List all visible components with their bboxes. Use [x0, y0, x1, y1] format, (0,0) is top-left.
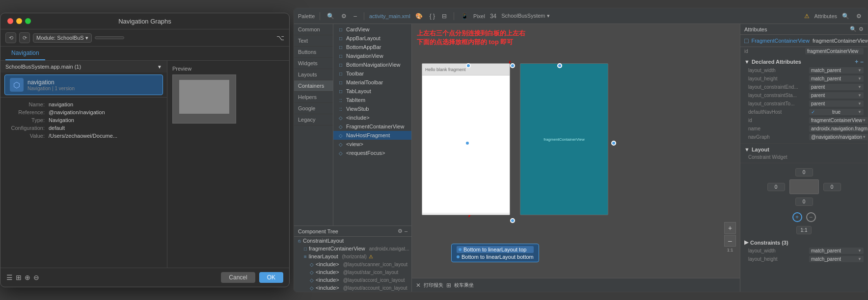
anchor-dot-mid-left[interactable] [465, 141, 470, 146]
constraint-top-input[interactable] [795, 168, 813, 176]
attr-lw-box[interactable]: match_parent ▼ [809, 67, 864, 74]
palette-item-view[interactable]: ◇ <view> [333, 140, 411, 149]
back-button[interactable]: ⟲ [5, 32, 16, 43]
constraint-right-input[interactable] [823, 183, 841, 191]
zoom-btn[interactable]: 34 [488, 12, 498, 20]
attr-nm-box[interactable]: androidx.navigation.fragmen ▼ [809, 125, 868, 132]
add-icon[interactable]: ⊕ [25, 274, 30, 281]
minimize-icon[interactable]: – [352, 12, 359, 20]
declared-section-header[interactable]: ▼ Declared Attributes + – [744, 57, 864, 66]
palette-item-tablayout[interactable]: □ TabLayout [333, 87, 411, 96]
forward-button[interactable]: ⟳ [19, 32, 30, 43]
attr-search-icon[interactable]: 🔍 [850, 26, 857, 32]
cancel-button[interactable]: Cancel [221, 272, 255, 283]
palette-item-include[interactable]: ◇ <include> [333, 113, 411, 122]
tree-minimize-icon[interactable]: – [405, 228, 407, 234]
layout-section-header[interactable]: ▼ Layout [744, 146, 864, 153]
cat-common[interactable]: Common [294, 24, 333, 35]
palette-item-requestfocus[interactable]: ◇ <requestFocus> [333, 149, 411, 157]
design-icon[interactable]: 🎨 [413, 12, 425, 20]
tab-navigation[interactable]: Navigation [5, 47, 45, 60]
cat-text[interactable]: Text [294, 35, 333, 47]
constraint-bottom-input[interactable] [795, 198, 813, 206]
palette-item-navigationview[interactable]: □ NavigationView [333, 51, 411, 60]
grid-view-icon[interactable]: ⊞ [16, 274, 22, 281]
tree-include-star[interactable]: ◇ <include> @layout/star_icon_layout [294, 268, 411, 276]
tree-constraintlayout[interactable]: ⎋ ConstraintLayout [294, 237, 411, 245]
palette-item-bottomnavview[interactable]: □ BottomNavigationView [333, 60, 411, 69]
tree-linearlayout[interactable]: ≡ linearLayout (horizontal) ⚠ [294, 252, 411, 260]
tree-fragmentcontainerview[interactable]: □ fragmentContainerView androidx.navigat… [294, 245, 411, 252]
search-input[interactable] [95, 36, 124, 39]
anchor-dot-bottom-center[interactable] [510, 218, 515, 223]
nav-section-header[interactable]: SchoolBusSystem.app.main (1) ▼ [0, 61, 167, 73]
tree-include-account[interactable]: ◇ <include> @layout/account_icon_layout [294, 284, 411, 292]
attr-clh-box[interactable]: match_parent ▼ [809, 256, 864, 262]
tree-settings-icon[interactable]: ⚙ [398, 228, 403, 234]
cat-containers[interactable]: Containers [294, 80, 333, 92]
search-icon[interactable]: 🔍 [325, 12, 336, 20]
tree-icons: ⚙ – [398, 228, 407, 234]
constraint-left-input[interactable] [767, 183, 785, 191]
code-icon[interactable]: { } [428, 12, 437, 20]
maximize-button[interactable] [25, 18, 31, 24]
palette-item-appbarlayout[interactable]: □ AppBarLayout [333, 34, 411, 43]
palette-item-cardview[interactable]: □ CardView [333, 25, 411, 34]
delete-icon[interactable]: ⊖ [33, 274, 39, 281]
tree-include-scanner[interactable]: ◇ <include> @layout/scanner_icon_layout [294, 260, 411, 268]
action-icon-1[interactable]: ✕ [415, 281, 422, 290]
attr-dnh-box[interactable]: ✓ true ▼ [809, 109, 864, 115]
cat-legacy[interactable]: Legacy [294, 114, 333, 125]
attr-id-box2[interactable]: fragmentContainerView ▼ [809, 117, 868, 124]
attr-cs-box[interactable]: parent ▼ [809, 92, 864, 99]
anchor-dot-top-center[interactable] [510, 63, 515, 68]
tree-include-accord[interactable]: ◇ <include> @layout/accord_icon_layout [294, 276, 411, 284]
module-select[interactable]: Module: SchoolBuS ▾ [33, 33, 92, 43]
palette-item-viewstub[interactable]: :: ViewStub [333, 104, 411, 113]
settings-icon[interactable]: ⚙ [339, 12, 349, 20]
attr-ce-box[interactable]: parent ▼ [809, 84, 864, 90]
cat-google[interactable]: Google [294, 103, 333, 114]
palette-item-navhostfragment[interactable]: ◇ NavHostFragment [333, 131, 411, 140]
cat-helpers[interactable]: Helpers [294, 92, 333, 103]
filter-icon[interactable]: ⌥ [276, 34, 284, 42]
palette-item-bottomappbar[interactable]: □ BottomAppBar [333, 43, 411, 51]
attr-clw-box[interactable]: match_parent ▼ [809, 248, 864, 254]
add-constraint-button[interactable]: + [792, 212, 802, 222]
nav-item[interactable]: ⬡ navigation Navigation | 1 version [4, 75, 163, 95]
split-icon[interactable]: ⊟ [440, 12, 449, 20]
attr-ng-box[interactable]: @navigation/navigation ▼ [809, 134, 868, 140]
cat-widgets[interactable]: Widgets [294, 58, 333, 69]
close-button[interactable] [7, 18, 13, 24]
minimize-button[interactable] [16, 18, 22, 24]
add-attr-button[interactable]: + [855, 58, 858, 65]
zoom-in-button[interactable]: + [724, 222, 736, 234]
cat-layouts[interactable]: Layouts [294, 69, 333, 80]
list-view-icon[interactable]: ☰ [6, 274, 13, 281]
canvas-area[interactable]: 上左右三个点分别连接到白板的上左右 下面的点选择放框内部的 top 即可 Hel… [412, 24, 740, 292]
remove-constraint-button[interactable]: − [806, 212, 816, 222]
attr-id-value-box[interactable]: fragmentContainerView [805, 48, 864, 54]
anchor-dot-top-right[interactable] [557, 63, 562, 68]
palette-item-toolbar[interactable]: □ Toolbar [333, 69, 411, 78]
attr-search-icon[interactable]: 🔍 [840, 12, 851, 20]
attr-lh-box[interactable]: match_parent ▼ [809, 75, 864, 82]
ratio-button[interactable]: 1:1 [796, 226, 812, 234]
tooltip-option1[interactable]: Bottom to linearLayout top [457, 246, 534, 253]
action-icon-2[interactable]: ⊞ [445, 281, 452, 290]
remove-attr-button[interactable]: – [860, 58, 864, 65]
attr-settings-icon[interactable]: ⚙ [859, 26, 864, 32]
ok-button[interactable]: OK [259, 272, 283, 283]
anchor-dot-mid-right[interactable] [611, 141, 616, 146]
tooltip-option2[interactable]: Bottom to linearLayout bottom [457, 254, 534, 260]
palette-item-tabitem[interactable]: :: TabItem [333, 96, 411, 104]
attr-settings-icon[interactable]: ⚙ [854, 12, 864, 20]
anchor-dot-top-left[interactable] [466, 63, 471, 68]
zoom-out-button[interactable]: – [724, 235, 736, 247]
palette-item-fragmentcontainer[interactable]: ◇ FragmentContainerView [333, 122, 411, 131]
attr-ct-box[interactable]: parent ▼ [809, 100, 864, 107]
palette-item-materialtoolbar[interactable]: □ MaterialToolbar [333, 78, 411, 87]
cat-buttons[interactable]: Buttons [294, 47, 333, 58]
device-icon[interactable]: 📱 [459, 12, 470, 20]
constraints-section-header[interactable]: ▶ Constraints (3) [744, 238, 864, 247]
